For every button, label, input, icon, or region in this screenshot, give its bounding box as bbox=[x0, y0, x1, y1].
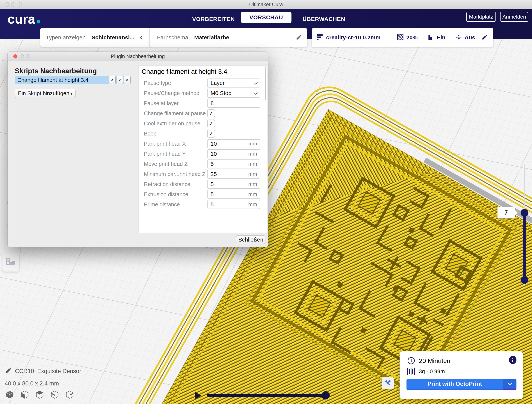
add-script-button[interactable]: Ein Skript hinzufügen ▾ bbox=[15, 89, 76, 98]
infill-icon bbox=[397, 33, 404, 42]
color-scheme-label: Farbschema bbox=[157, 34, 188, 41]
object-name: CCR10_Exquisite Densor bbox=[15, 368, 81, 375]
view-type-value[interactable]: Schichtenansi... bbox=[92, 34, 134, 41]
print-with-octoprint-button[interactable]: Print with OctoPrint bbox=[406, 379, 503, 390]
pause-method-select[interactable]: M0 Stop bbox=[207, 89, 260, 98]
svg-text:i: i bbox=[512, 357, 513, 363]
chevron-down-icon bbox=[254, 90, 258, 94]
retraction-distance-input[interactable]: 5 mm bbox=[207, 180, 260, 189]
print-settings-tools-button[interactable] bbox=[382, 377, 394, 389]
selected-script-row[interactable]: Change filament at height 3.4 ∧ ∨ × bbox=[15, 76, 131, 84]
move-z-input[interactable]: 5 mm bbox=[207, 160, 260, 168]
material-usage-icon bbox=[407, 368, 416, 375]
layer-slider-bottom-handle[interactable] bbox=[520, 276, 528, 284]
print-output-dropdown-button[interactable] bbox=[503, 379, 516, 390]
form-row: Extrusion distance 5 mm bbox=[139, 189, 267, 199]
checkmark-icon: ✓ bbox=[209, 131, 213, 137]
view-type-label: Typen anzeigen bbox=[46, 34, 86, 41]
tab-vorschau[interactable]: VORSCHAU bbox=[241, 12, 291, 23]
edit-pencil-icon[interactable] bbox=[296, 34, 302, 41]
move-script-down-button[interactable]: ∨ bbox=[116, 76, 123, 84]
adhesion-icon bbox=[455, 33, 462, 41]
post-processing-dialog: Plugin Nachbearbeitung Skripts Nachbearb… bbox=[7, 51, 268, 247]
cura-logo-dot bbox=[37, 20, 40, 23]
tab-vorbereiten[interactable]: VORBEREITEN bbox=[192, 9, 230, 29]
scripts-heading: Skripts Nachbearbeitung bbox=[15, 67, 97, 75]
tab-ueberwachen[interactable]: ÜBERWACHEN bbox=[303, 9, 342, 29]
color-scheme-panel[interactable]: Farbschema Materialfarbe bbox=[150, 28, 307, 47]
script-settings-panel: Change filament at height 3.4 Pause type… bbox=[139, 65, 267, 233]
cool-extruder-checkbox[interactable]: ✓ bbox=[207, 120, 215, 128]
view-right-button[interactable] bbox=[65, 390, 74, 399]
material-usage-estimate: 3g · 0.99m bbox=[419, 368, 445, 375]
view-type-panel[interactable]: Typen anzeigen Schichtenansi... bbox=[40, 28, 150, 47]
signin-button[interactable]: Anmelden bbox=[500, 12, 528, 22]
pause-type-select[interactable]: Layer bbox=[207, 78, 260, 88]
view-top-button[interactable] bbox=[35, 390, 44, 399]
extrusion-distance-input[interactable]: 5 mm bbox=[207, 190, 260, 199]
window-title: Ultimaker Cura bbox=[0, 0, 532, 9]
play-simulation-button[interactable] bbox=[195, 392, 201, 399]
custom-supports-button[interactable] bbox=[2, 253, 19, 272]
infill-value[interactable]: 20% bbox=[406, 34, 418, 41]
dialog-title: Plugin Nachbearbeitung bbox=[8, 52, 268, 61]
close-dialog-button[interactable]: Schließen bbox=[236, 235, 266, 244]
form-row: Pause at layer 8 bbox=[139, 98, 267, 108]
form-row: Pause type Layer bbox=[139, 78, 267, 88]
move-script-up-button[interactable]: ∧ bbox=[109, 76, 116, 84]
form-row: Minimum par...rint head Z 25 mm bbox=[139, 169, 267, 179]
view-3d-button[interactable] bbox=[5, 390, 14, 399]
printer-profile-value[interactable]: creality-cr-10 0.2mm bbox=[326, 34, 380, 41]
form-row: Prime distance 5 mm bbox=[139, 199, 267, 210]
form-row: Move print head Z 5 mm bbox=[139, 159, 267, 169]
prime-distance-input[interactable]: 5 mm bbox=[207, 200, 260, 209]
change-filament-checkbox[interactable]: ✓ bbox=[207, 109, 215, 117]
color-scheme-value[interactable]: Materialfarbe bbox=[194, 34, 229, 41]
beep-checkbox[interactable]: ✓ bbox=[207, 130, 215, 138]
printer-profile-icon bbox=[316, 33, 323, 42]
simulation-progress-slider[interactable] bbox=[207, 394, 326, 397]
print-time-estimate: 20 Minuten bbox=[419, 357, 450, 365]
form-row: Cool extruder on pause ✓ bbox=[139, 118, 267, 128]
print-job-card: 20 Minuten i 3g · 0.99m Print with OctoP… bbox=[399, 351, 523, 399]
form-row: Change filament at pause ✓ bbox=[139, 108, 267, 118]
print-settings-panel[interactable]: creality-cr-10 0.2mm 20% Ein Aus bbox=[312, 28, 493, 47]
form-row: Park print head X 10 mm bbox=[139, 139, 267, 149]
edit-print-settings-pencil-icon[interactable] bbox=[481, 34, 488, 41]
clock-icon bbox=[407, 356, 416, 365]
selected-script-label: Change filament at height 3.4 bbox=[17, 77, 109, 83]
form-row: Beep ✓ bbox=[139, 128, 267, 139]
info-icon[interactable]: i bbox=[509, 355, 517, 365]
checkmark-icon: ✓ bbox=[209, 121, 213, 127]
dropdown-caret-icon: ▾ bbox=[70, 91, 72, 96]
view-left-button[interactable] bbox=[50, 390, 59, 399]
layer-slider-range[interactable] bbox=[523, 213, 526, 280]
print-button-group: Print with OctoPrint bbox=[406, 379, 516, 390]
form-row: Retraction distance 5 mm bbox=[139, 179, 267, 189]
object-dimensions: 40.0 x 80.0 x 2.4 mm bbox=[5, 380, 59, 387]
park-y-input[interactable]: 10 mm bbox=[207, 149, 260, 158]
support-blocker-icon bbox=[6, 257, 16, 267]
pause-at-layer-input[interactable]: 8 bbox=[207, 99, 260, 108]
support-icon bbox=[427, 33, 434, 41]
adhesion-value[interactable]: Aus bbox=[465, 34, 475, 41]
rename-object-pencil-icon[interactable] bbox=[5, 367, 12, 375]
min-park-z-input[interactable]: 25 mm bbox=[207, 170, 260, 179]
macos-titlebar[interactable]: Ultimaker Cura bbox=[0, 0, 532, 9]
chevron-left-icon[interactable] bbox=[140, 35, 144, 39]
form-row: Park print head Y 10 mm bbox=[139, 149, 267, 159]
hammer-wrench-icon bbox=[384, 379, 392, 387]
checkmark-icon: ✓ bbox=[209, 110, 213, 116]
marketplace-button[interactable]: Marktplatz bbox=[466, 12, 496, 22]
layer-number-tooltip: 7 bbox=[497, 207, 515, 218]
chevron-down-icon bbox=[254, 80, 258, 84]
remove-script-button[interactable]: × bbox=[124, 76, 131, 84]
park-x-input[interactable]: 10 mm bbox=[207, 139, 260, 148]
form-row: Pause/Change method M0 Stop bbox=[139, 88, 267, 98]
view-front-button[interactable] bbox=[20, 390, 29, 399]
support-value[interactable]: Ein bbox=[437, 34, 445, 41]
dialog-titlebar[interactable]: Plugin Nachbearbeitung bbox=[8, 52, 268, 61]
layer-slider-top-handle[interactable] bbox=[520, 209, 528, 217]
script-settings-heading: Change filament at height 3.4 bbox=[142, 68, 227, 75]
simulation-slider-handle[interactable] bbox=[322, 391, 330, 399]
